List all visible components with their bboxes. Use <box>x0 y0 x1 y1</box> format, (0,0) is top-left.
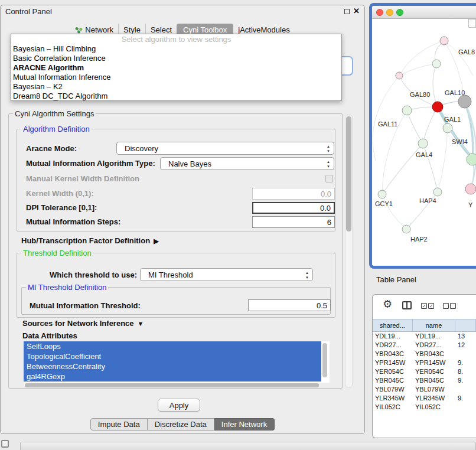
restore-panel-icon[interactable] <box>1 440 9 448</box>
float-window-icon[interactable] <box>344 9 350 14</box>
network-node[interactable] <box>396 72 403 79</box>
table-cell: 8. <box>455 367 476 376</box>
column-header[interactable]: shared... <box>373 319 413 331</box>
manual-kernel-width-label: Manual Kernel Width Definition <box>26 174 139 183</box>
table-cell: YBL079W <box>413 385 455 394</box>
deselect-all-checkbox-icon[interactable] <box>450 303 456 309</box>
deselect-all-checkbox-icon[interactable] <box>443 303 449 309</box>
network-edge[interactable] <box>438 107 472 158</box>
network-node[interactable] <box>465 184 476 194</box>
table-cell: YBL079W <box>373 385 413 394</box>
algorithm-option[interactable]: Mutual Information Inference <box>11 73 341 82</box>
network-node[interactable] <box>402 106 412 115</box>
network-node[interactable] <box>378 190 386 198</box>
table-row[interactable]: YDL19...YDL19...13 <box>373 332 476 341</box>
hub-definition-disclosure[interactable]: Hub/Transcription Factor Definition▶ <box>21 236 159 245</box>
table-row[interactable]: YLR345WYLR345W9. <box>373 394 476 403</box>
table-row[interactable]: YBR043CYBR043C <box>373 350 476 358</box>
network-edge[interactable] <box>399 64 436 76</box>
network-node-label: GCY1 <box>375 200 393 207</box>
network-edge[interactable] <box>382 194 406 229</box>
table-row[interactable]: YDR27...YDR27...12 <box>373 341 476 350</box>
attribute-item[interactable]: TopologicalCoefficient <box>24 351 321 361</box>
network-node[interactable] <box>432 60 441 68</box>
network-window-titlebar[interactable] <box>372 6 476 19</box>
network-edge[interactable] <box>438 127 448 192</box>
network-node[interactable] <box>402 225 410 233</box>
network-edge[interactable] <box>444 41 473 76</box>
table-cell: YIL052C <box>413 403 455 412</box>
attribute-item[interactable]: BetweennessCentrality <box>24 361 321 371</box>
select-all-checkbox-icon[interactable]: ✓ <box>428 303 434 309</box>
mi-algorithm-type-combo[interactable]: Naive Bayes ▲▼ <box>160 157 334 170</box>
attribute-item[interactable]: gal4RGexp <box>24 371 321 381</box>
data-attributes-list[interactable]: SelfLoopsTopologicalCoefficientBetweenne… <box>24 341 330 383</box>
table-row[interactable]: YIL052CYIL052C <box>373 403 476 412</box>
minimize-traffic-light-icon[interactable] <box>386 9 393 16</box>
sources-disclosure[interactable]: Sources for Network Inference▼ <box>22 319 144 328</box>
network-node[interactable] <box>458 95 471 108</box>
table-row[interactable]: YBL079WYBL079W <box>373 385 476 394</box>
network-edge[interactable] <box>373 76 399 161</box>
tab-discretize-data[interactable]: Discretize Data <box>148 418 214 431</box>
network-node[interactable] <box>440 37 448 45</box>
tab-impute-data[interactable]: Impute Data <box>90 418 148 431</box>
network-node-label: GAL10 <box>445 89 465 96</box>
table-cell: 9. <box>455 394 476 403</box>
table-cell: YLR345W <box>373 394 413 403</box>
algorithm-option[interactable]: Basic Correlation Inference <box>11 54 341 63</box>
threshold-definition-title: Threshold Definition <box>21 249 93 257</box>
mi-steps-field[interactable] <box>252 216 335 228</box>
table-header-row: shared...name <box>373 319 476 332</box>
algorithm-dropdown-popup: Select algorithm to view settings Bayesi… <box>11 34 342 101</box>
network-node[interactable] <box>432 102 443 112</box>
network-canvas[interactable]: GAL8GAL80GAL10GAL11GAL1SWI4GAL4GCY1HAP4H… <box>372 19 476 265</box>
network-canvas-container[interactable]: GAL8GAL80GAL10GAL11GAL1SWI4GAL4GCY1HAP4H… <box>372 19 476 265</box>
algorithm-option[interactable]: Bayesian – Hill Climbing <box>11 44 341 54</box>
network-node[interactable] <box>467 154 476 165</box>
attributes-list-horizontal-scrollbar[interactable] <box>25 383 319 387</box>
settings-scrollbar-thumb[interactable] <box>346 116 351 231</box>
network-node[interactable] <box>433 188 442 196</box>
column-header[interactable] <box>455 319 476 331</box>
tab-infer-network[interactable]: Infer Network <box>214 418 275 431</box>
columns-icon[interactable] <box>402 301 412 309</box>
gear-icon[interactable]: ⚙ <box>383 298 392 311</box>
data-attributes-label: Data Attributes <box>22 331 77 340</box>
mi-steps-label: Mutual Information Steps: <box>26 217 120 226</box>
table-row[interactable]: YER054CYER054C8. <box>373 367 476 376</box>
mi-threshold-field[interactable] <box>248 299 331 311</box>
network-edge[interactable] <box>407 110 423 144</box>
column-header[interactable]: name <box>413 319 455 331</box>
network-edge[interactable] <box>433 64 438 107</box>
zoom-traffic-light-icon[interactable] <box>396 9 403 16</box>
table-row[interactable]: YBR045CYBR045C9. <box>373 376 476 385</box>
settings-scrollbar[interactable] <box>345 114 353 388</box>
network-node[interactable] <box>443 123 452 133</box>
close-window-icon[interactable]: ✕ <box>353 6 360 15</box>
table-row[interactable]: YPR145WYPR145W9. <box>373 358 476 367</box>
network-edge[interactable] <box>465 102 476 189</box>
close-traffic-light-icon[interactable] <box>376 9 383 16</box>
aracne-mode-combo[interactable]: Discovery ▲▼ <box>116 142 334 155</box>
which-threshold-combo[interactable]: MI Threshold ▲▼ <box>140 268 313 281</box>
select-all-checkbox-icon[interactable]: ✓ <box>421 303 427 309</box>
attributes-list-vertical-scrollbar[interactable] <box>322 343 327 377</box>
algorithm-option[interactable]: Dream8 DC_TDC Algorithm <box>11 92 341 101</box>
collapsed-bottom-panel[interactable] <box>20 442 476 450</box>
hub-definition-label: Hub/Transcription Factor Definition <box>21 236 150 245</box>
network-edge[interactable] <box>423 107 438 144</box>
which-threshold-value: MI Threshold <box>148 270 193 279</box>
dpi-tolerance-label: DPI Tolerance [0,1]: <box>26 203 97 212</box>
attribute-item[interactable]: SelfLoops <box>24 341 321 351</box>
birdseye-view-icon[interactable] <box>468 19 476 28</box>
algorithm-option[interactable]: ARACNE Algorithm <box>11 63 341 73</box>
sources-label: Sources for Network Inference <box>22 319 134 328</box>
dpi-tolerance-field[interactable] <box>252 202 335 214</box>
table-cell: 13 <box>455 332 476 341</box>
network-node[interactable] <box>418 139 428 148</box>
manual-kernel-width-checkbox[interactable] <box>325 175 333 182</box>
network-edge[interactable] <box>399 41 444 76</box>
apply-button[interactable]: Apply <box>158 399 200 412</box>
algorithm-option[interactable]: Bayesian – K2 <box>11 82 341 92</box>
